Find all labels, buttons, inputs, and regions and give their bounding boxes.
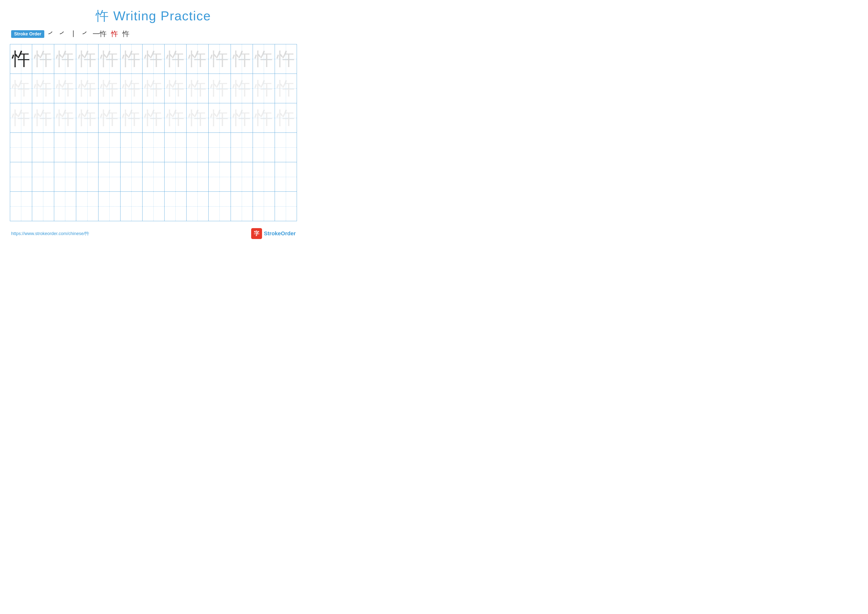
stroke-step-5: ㇐忤	[93, 29, 107, 39]
grid-cell-2-11[interactable]: 忤	[231, 74, 253, 103]
grid-cell-1-3[interactable]: 忤	[54, 44, 76, 73]
grid-cell-6-3[interactable]	[54, 192, 76, 221]
grid-cell-3-9[interactable]: 忤	[186, 103, 209, 132]
grid-cell-6-1[interactable]	[10, 192, 32, 221]
grid-cell-3-7[interactable]: 忤	[143, 103, 164, 132]
grid-cell-6-7[interactable]	[143, 192, 164, 221]
grid-cell-4-2[interactable]	[32, 133, 54, 162]
grid-cell-4-6[interactable]	[121, 133, 143, 162]
grid-cell-4-4[interactable]	[76, 133, 98, 162]
grid-cell-2-13[interactable]: 忤	[275, 74, 297, 103]
grid-cell-1-12[interactable]: 忤	[253, 44, 275, 73]
grid-cell-2-5[interactable]: 忤	[98, 74, 121, 103]
grid-cell-6-2[interactable]	[32, 192, 54, 221]
char-guide: 忤	[255, 109, 273, 127]
grid-cell-4-9[interactable]	[186, 133, 209, 162]
grid-cell-6-13[interactable]	[275, 192, 297, 221]
grid-cell-2-2[interactable]: 忤	[32, 74, 54, 103]
grid-cell-2-3[interactable]: 忤	[54, 74, 76, 103]
grid-cell-6-10[interactable]	[209, 192, 231, 221]
char-guide: 忤	[211, 109, 228, 127]
grid-cell-1-11[interactable]: 忤	[231, 44, 253, 73]
grid-cell-1-9[interactable]: 忤	[186, 44, 209, 73]
char-guide: 忤	[101, 50, 118, 68]
grid-cell-2-10[interactable]: 忤	[209, 74, 231, 103]
char-guide: 忤	[166, 109, 184, 127]
grid-cell-1-4[interactable]: 忤	[76, 44, 98, 73]
grid-cell-2-12[interactable]: 忤	[253, 74, 275, 103]
stroke-step-6: 忤	[111, 29, 118, 39]
grid-cell-5-4[interactable]	[76, 162, 98, 191]
grid-cell-6-8[interactable]	[164, 192, 186, 221]
page-title: 忤 Writing Practice	[10, 8, 297, 25]
grid-cell-3-10[interactable]: 忤	[209, 103, 231, 132]
grid-cell-4-3[interactable]	[54, 133, 76, 162]
grid-cell-5-6[interactable]	[121, 162, 143, 191]
char-guide: 忤	[78, 79, 96, 97]
grid-cell-6-4[interactable]	[76, 192, 98, 221]
grid-cell-3-12[interactable]: 忤	[253, 103, 275, 132]
grid-cell-3-6[interactable]: 忤	[121, 103, 143, 132]
char-guide: 忤	[211, 50, 228, 68]
grid-cell-5-12[interactable]	[253, 162, 275, 191]
grid-cell-5-5[interactable]	[98, 162, 121, 191]
logo-text: StrokeOrder	[264, 230, 296, 237]
grid-cell-4-11[interactable]	[231, 133, 253, 162]
grid-cell-1-1[interactable]: 忤	[10, 44, 32, 73]
grid-cell-2-4[interactable]: 忤	[76, 74, 98, 103]
grid-cell-6-11[interactable]	[231, 192, 253, 221]
grid-cell-2-6[interactable]: 忤	[121, 74, 143, 103]
grid-cell-5-7[interactable]	[143, 162, 164, 191]
grid-row-1: 忤 忤 忤 忤 忤 忤 忤 忤 忤 忤 忤 忤	[10, 44, 297, 74]
grid-cell-2-1[interactable]: 忤	[10, 74, 32, 103]
grid-cell-6-9[interactable]	[186, 192, 209, 221]
grid-cell-5-10[interactable]	[209, 162, 231, 191]
grid-cell-2-8[interactable]: 忤	[164, 74, 186, 103]
grid-cell-1-6[interactable]: 忤	[121, 44, 143, 73]
grid-cell-2-9[interactable]: 忤	[186, 74, 209, 103]
char-guide: 忤	[78, 109, 96, 127]
grid-cell-3-8[interactable]: 忤	[164, 103, 186, 132]
char-guide: 忤	[211, 79, 228, 97]
grid-cell-6-5[interactable]	[98, 192, 121, 221]
char-guide: 忤	[78, 50, 96, 68]
grid-cell-1-2[interactable]: 忤	[32, 44, 54, 73]
grid-cell-5-1[interactable]	[10, 162, 32, 191]
char-guide: 忤	[166, 50, 184, 68]
grid-cell-3-5[interactable]: 忤	[98, 103, 121, 132]
grid-cell-1-7[interactable]: 忤	[143, 44, 164, 73]
grid-cell-3-4[interactable]: 忤	[76, 103, 98, 132]
title-text: Writing Practice	[113, 9, 211, 23]
grid-cell-4-8[interactable]	[164, 133, 186, 162]
grid-cell-5-2[interactable]	[32, 162, 54, 191]
grid-cell-3-11[interactable]: 忤	[231, 103, 253, 132]
logo-icon-char: 字	[254, 230, 259, 237]
grid-cell-4-10[interactable]	[209, 133, 231, 162]
grid-cell-3-1[interactable]: 忤	[10, 103, 32, 132]
grid-cell-4-5[interactable]	[98, 133, 121, 162]
grid-cell-4-12[interactable]	[253, 133, 275, 162]
grid-cell-5-8[interactable]	[164, 162, 186, 191]
grid-cell-5-9[interactable]	[186, 162, 209, 191]
grid-cell-1-8[interactable]: 忤	[164, 44, 186, 73]
grid-cell-5-13[interactable]	[275, 162, 297, 191]
grid-cell-1-5[interactable]: 忤	[98, 44, 121, 73]
grid-cell-3-13[interactable]: 忤	[275, 103, 297, 132]
grid-cell-2-7[interactable]: 忤	[143, 74, 164, 103]
char-guide: 忤	[189, 109, 206, 127]
grid-cell-4-13[interactable]	[275, 133, 297, 162]
grid-cell-3-3[interactable]: 忤	[54, 103, 76, 132]
grid-cell-5-3[interactable]	[54, 162, 76, 191]
grid-cell-5-11[interactable]	[231, 162, 253, 191]
grid-cell-6-6[interactable]	[121, 192, 143, 221]
footer-url[interactable]: https://www.strokeorder.com/chinese/忤	[11, 231, 89, 236]
grid-cell-4-7[interactable]	[143, 133, 164, 162]
grid-cell-3-2[interactable]: 忤	[32, 103, 54, 132]
grid-cell-1-13[interactable]: 忤	[275, 44, 297, 73]
grid-cell-4-1[interactable]	[10, 133, 32, 162]
practice-grid: 忤 忤 忤 忤 忤 忤 忤 忤 忤 忤 忤 忤	[10, 44, 297, 221]
char-guide: 忤	[255, 50, 273, 68]
grid-cell-6-12[interactable]	[253, 192, 275, 221]
grid-cell-1-10[interactable]: 忤	[209, 44, 231, 73]
char-guide: 忤	[277, 109, 295, 127]
